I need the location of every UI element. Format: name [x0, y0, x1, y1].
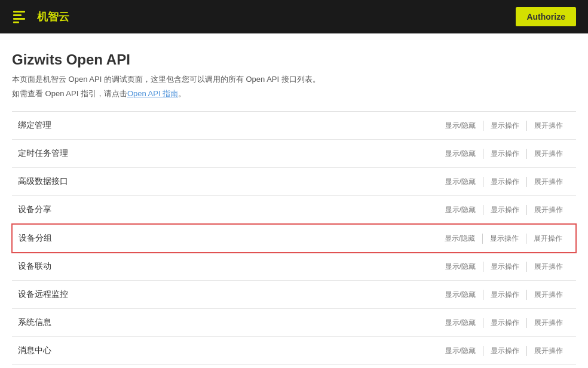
show-ops-action[interactable]: 显示操作 — [483, 149, 526, 159]
svg-rect-0 — [13, 11, 25, 13]
api-section-name: 消息中心 — [18, 345, 438, 356]
api-section-name: 绑定管理 — [18, 120, 438, 131]
expand-action[interactable]: 展开操作 — [526, 318, 570, 328]
api-section-row[interactable]: 设备分组显示/隐藏显示操作展开操作 — [11, 223, 577, 253]
open-api-guide-link[interactable]: Open API 指南 — [127, 89, 178, 98]
api-section-name: 设备联动 — [18, 261, 438, 272]
expand-action[interactable]: 展开操作 — [526, 121, 570, 131]
api-section-name: 高级数据接口 — [18, 176, 438, 187]
page-title: Gizwits Open API — [12, 51, 576, 68]
api-section-row[interactable]: 用户管理显示/隐藏显示操作展开操作 — [12, 365, 576, 368]
api-section-row[interactable]: 高级数据接口显示/隐藏显示操作展开操作 — [12, 168, 576, 196]
toggle-action[interactable]: 显示/隐藏 — [438, 262, 483, 272]
expand-action[interactable]: 展开操作 — [526, 290, 570, 300]
api-section-row[interactable]: 消息中心显示/隐藏显示操作展开操作 — [12, 337, 576, 365]
toggle-action[interactable]: 显示/隐藏 — [438, 205, 483, 215]
show-ops-action[interactable]: 显示操作 — [483, 121, 526, 131]
toggle-action[interactable]: 显示/隐藏 — [438, 346, 483, 356]
api-section-name: 系统信息 — [18, 317, 438, 328]
toggle-action[interactable]: 显示/隐藏 — [438, 290, 483, 300]
authorize-button[interactable]: Authorize — [516, 7, 576, 26]
api-row-actions: 显示/隐藏显示操作展开操作 — [437, 234, 569, 244]
main-content: Gizwits Open API 本页面是机智云 Open API 的调试页面，… — [0, 33, 588, 368]
api-list: 绑定管理显示/隐藏显示操作展开操作定时任务管理显示/隐藏显示操作展开操作高级数据… — [12, 111, 576, 368]
svg-rect-3 — [13, 22, 19, 23]
desc2-suffix: 。 — [178, 89, 186, 98]
api-row-actions: 显示/隐藏显示操作展开操作 — [438, 346, 570, 356]
show-ops-action[interactable]: 显示操作 — [483, 177, 526, 187]
toggle-action[interactable]: 显示/隐藏 — [438, 149, 483, 159]
show-ops-action[interactable]: 显示操作 — [483, 318, 526, 328]
show-ops-action[interactable]: 显示操作 — [483, 262, 526, 272]
svg-rect-2 — [13, 18, 25, 20]
toggle-action[interactable]: 显示/隐藏 — [438, 318, 483, 328]
expand-action[interactable]: 展开操作 — [526, 234, 569, 244]
api-row-actions: 显示/隐藏显示操作展开操作 — [438, 149, 570, 159]
api-section-name: 设备分享 — [18, 204, 438, 215]
description-line1: 本页面是机智云 Open API 的调试页面，这里包含您可以调用的所有 Open… — [12, 74, 576, 85]
show-ops-action[interactable]: 显示操作 — [483, 346, 526, 356]
toggle-action[interactable]: 显示/隐藏 — [438, 121, 483, 131]
api-row-actions: 显示/隐藏显示操作展开操作 — [438, 290, 570, 300]
expand-action[interactable]: 展开操作 — [526, 346, 570, 356]
logo-icon — [12, 7, 31, 26]
logo-area: 机智云 — [12, 7, 69, 26]
expand-action[interactable]: 展开操作 — [526, 205, 570, 215]
show-ops-action[interactable]: 显示操作 — [483, 290, 526, 300]
api-section-name: 定时任务管理 — [18, 148, 438, 159]
svg-rect-1 — [13, 14, 22, 16]
expand-action[interactable]: 展开操作 — [526, 177, 570, 187]
api-row-actions: 显示/隐藏显示操作展开操作 — [438, 205, 570, 215]
api-section-row[interactable]: 绑定管理显示/隐藏显示操作展开操作 — [12, 112, 576, 140]
api-row-actions: 显示/隐藏显示操作展开操作 — [438, 262, 570, 272]
api-section-row[interactable]: 定时任务管理显示/隐藏显示操作展开操作 — [12, 140, 576, 168]
api-section-row[interactable]: 设备远程监控显示/隐藏显示操作展开操作 — [12, 281, 576, 309]
toggle-action[interactable]: 显示/隐藏 — [437, 234, 482, 244]
api-row-actions: 显示/隐藏显示操作展开操作 — [438, 318, 570, 328]
description-line2: 如需查看 Open API 指引，请点击Open API 指南。 — [12, 88, 576, 99]
expand-action[interactable]: 展开操作 — [526, 149, 570, 159]
expand-action[interactable]: 展开操作 — [526, 262, 570, 272]
api-section-row[interactable]: 设备联动显示/隐藏显示操作展开操作 — [12, 253, 576, 281]
api-row-actions: 显示/隐藏显示操作展开操作 — [438, 121, 570, 131]
api-section-row[interactable]: 设备分享显示/隐藏显示操作展开操作 — [12, 196, 576, 224]
api-row-actions: 显示/隐藏显示操作展开操作 — [438, 177, 570, 187]
toggle-action[interactable]: 显示/隐藏 — [438, 177, 483, 187]
api-section-name: 设备分组 — [19, 233, 437, 244]
header: 机智云 Authorize — [0, 0, 588, 33]
api-section-name: 设备远程监控 — [18, 289, 438, 300]
show-ops-action[interactable]: 显示操作 — [482, 234, 526, 244]
show-ops-action[interactable]: 显示操作 — [483, 205, 526, 215]
api-section-row[interactable]: 系统信息显示/隐藏显示操作展开操作 — [12, 309, 576, 337]
logo-text: 机智云 — [37, 10, 69, 24]
desc2-prefix: 如需查看 Open API 指引，请点击 — [12, 89, 127, 98]
